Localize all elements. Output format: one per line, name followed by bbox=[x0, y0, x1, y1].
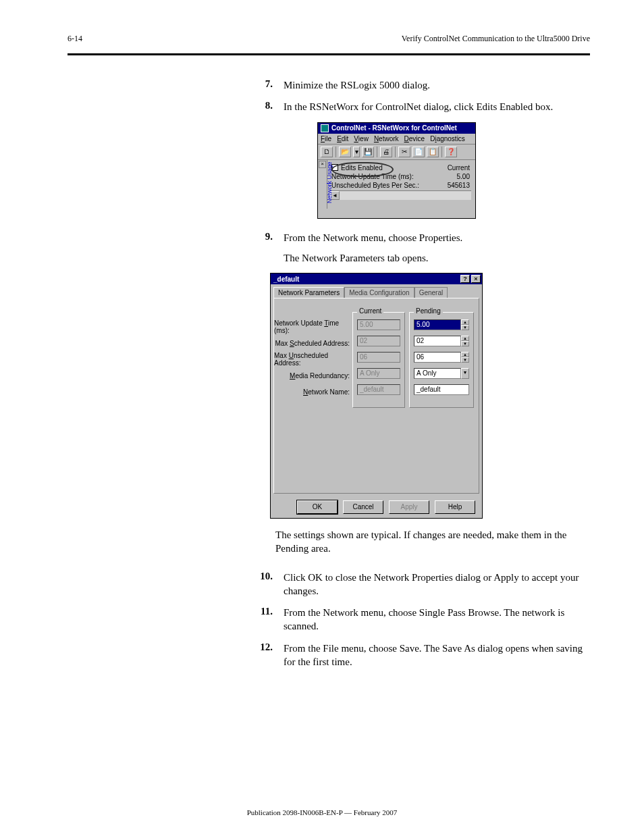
tab-media-configuration[interactable]: Media Configuration bbox=[344, 287, 414, 298]
ok-button[interactable]: OK bbox=[297, 500, 338, 514]
current-mua: 06 bbox=[357, 352, 400, 363]
dialog-tabs: Network Parameters Media Configuration G… bbox=[271, 284, 482, 298]
unsched-value: 545613 bbox=[448, 182, 470, 189]
rsn-row-unsched: Unscheduled Bytes Per Sec.: 545613 bbox=[331, 182, 470, 189]
rsn-title-text: ControlNet - RSNetWorx for ControlNet bbox=[331, 124, 457, 132]
step-num: 11. bbox=[248, 606, 273, 633]
tb-open-dd[interactable]: ▾ bbox=[353, 147, 360, 157]
step-num: 10. bbox=[248, 571, 273, 598]
rsn-hscroll[interactable]: ◄ bbox=[330, 190, 471, 200]
label-nut: Network Update Time (ms): bbox=[274, 319, 352, 335]
current-nut: 5.00 bbox=[357, 319, 400, 330]
tb-sep bbox=[377, 147, 377, 157]
context-help-icon[interactable]: ? bbox=[460, 275, 470, 283]
tab-network-parameters[interactable]: Network Parameters bbox=[273, 287, 344, 298]
rsn-body: × Network Usage Edits Enabled Current Ne… bbox=[318, 160, 475, 218]
rsn-menubar[interactable]: File Edit View Network Device Diagnostic… bbox=[318, 134, 475, 145]
label-name: Network Name: bbox=[274, 384, 352, 400]
rsn-sidetab-label: Network Usage bbox=[326, 161, 333, 203]
label-mua: Max Unscheduled Address: bbox=[274, 351, 352, 367]
rsn-window: ControlNet - RSNetWorx for ControlNet Fi… bbox=[317, 122, 476, 219]
tb-copy[interactable]: 📄 bbox=[412, 147, 425, 157]
tb-save[interactable]: 💾 bbox=[362, 147, 374, 157]
step-num: 9. bbox=[248, 231, 273, 265]
spin-down-icon[interactable]: ▼ bbox=[461, 357, 469, 363]
dialog-title-text: _default bbox=[273, 276, 299, 283]
chevron-down-icon[interactable]: ▼ bbox=[461, 368, 469, 379]
nut-label: Network Update Time (ms): bbox=[331, 173, 414, 180]
step-9: 9. From the Network menu, choose Propert… bbox=[248, 231, 590, 265]
header-left: 6-14 bbox=[68, 34, 82, 44]
menu-device[interactable]: Device bbox=[404, 135, 425, 142]
col-header-current: Current bbox=[448, 164, 470, 172]
tb-whats-this[interactable]: ❓ bbox=[445, 147, 457, 157]
pending-media-select[interactable]: A Only bbox=[414, 368, 461, 379]
menu-view[interactable]: View bbox=[354, 135, 369, 142]
pending-name-input[interactable]: _default bbox=[414, 384, 469, 395]
scroll-track[interactable] bbox=[340, 191, 471, 200]
tb-paste[interactable]: 📋 bbox=[427, 147, 439, 157]
dialog-button-row: OK Cancel Apply Help bbox=[271, 496, 482, 518]
tb-sep bbox=[441, 147, 442, 157]
legend-current: Current bbox=[357, 307, 383, 315]
legend-pending: Pending bbox=[414, 307, 443, 315]
current-media: A Only bbox=[357, 368, 400, 379]
step-body: From the Network menu, choose Properties… bbox=[284, 231, 590, 265]
edits-enabled-checkbox[interactable]: Edits Enabled bbox=[331, 164, 383, 172]
nut-value: 5.00 bbox=[457, 173, 470, 180]
help-button[interactable]: Help bbox=[435, 500, 475, 514]
pending-nut-input[interactable]: 5.00 bbox=[414, 319, 461, 330]
spin-down-icon[interactable]: ▼ bbox=[461, 341, 469, 346]
spin-down-icon[interactable]: ▼ bbox=[461, 325, 469, 330]
step-9b: The Network Parameters tab opens. bbox=[284, 251, 590, 265]
menu-file[interactable]: File bbox=[321, 135, 331, 142]
default-dialog-screenshot: _default ? × Network Parameters Media Co… bbox=[248, 273, 590, 519]
pending-nut[interactable]: 5.00 ▲▼ bbox=[414, 319, 469, 330]
menu-edit[interactable]: Edit bbox=[337, 135, 348, 142]
pending-msa[interactable]: 02 ▲▼ bbox=[414, 336, 469, 346]
pending-mua-input[interactable]: 06 bbox=[414, 352, 461, 363]
menu-network[interactable]: Network bbox=[374, 135, 399, 142]
step-9a: From the Network menu, choose Properties… bbox=[284, 231, 590, 244]
cancel-button[interactable]: Cancel bbox=[343, 500, 383, 514]
tb-open[interactable]: 📂 bbox=[339, 147, 351, 157]
label-media: Media Redundancy: bbox=[274, 367, 352, 384]
step-11: 11. From the Network menu, choose Single… bbox=[248, 606, 590, 633]
field-labels: Network Update Time (ms): Max Scheduled … bbox=[274, 319, 352, 400]
spin-up-icon[interactable]: ▲ bbox=[461, 352, 469, 357]
pending-name[interactable]: _default bbox=[414, 384, 469, 395]
header-right: Verify ControlNet Communication to the U… bbox=[402, 34, 590, 44]
step-num: 8. bbox=[248, 100, 273, 113]
step-12: 12. From the File menu, choose Save. The… bbox=[248, 642, 590, 669]
spin-up-icon[interactable]: ▲ bbox=[461, 336, 469, 341]
spin-up-icon[interactable]: ▲ bbox=[461, 319, 469, 325]
current-name: _default bbox=[357, 384, 400, 395]
tb-sep bbox=[395, 147, 396, 157]
menu-diagnostics[interactable]: Diagnostics bbox=[430, 135, 465, 142]
rsnetworx-screenshot: ControlNet - RSNetWorx for ControlNet Fi… bbox=[317, 122, 590, 219]
tb-print[interactable]: 🖨 bbox=[380, 147, 392, 157]
apply-button[interactable]: Apply bbox=[389, 500, 429, 514]
close-icon[interactable]: × bbox=[471, 275, 481, 283]
step-body: Click OK to close the Network Properties… bbox=[284, 571, 590, 598]
default-dialog: _default ? × Network Parameters Media Co… bbox=[270, 273, 483, 519]
tb-new[interactable]: 🗋 bbox=[321, 147, 333, 157]
group-current: Current 5.00 02 06 A Only _default bbox=[352, 312, 405, 408]
edits-enabled-label: Edits Enabled bbox=[341, 164, 383, 172]
tb-cut[interactable]: ✂ bbox=[398, 147, 410, 157]
step-10: 10. Click OK to close the Network Proper… bbox=[248, 571, 590, 598]
tab-general[interactable]: General bbox=[414, 287, 448, 298]
pending-media[interactable]: A Only ▼ bbox=[414, 368, 469, 379]
rsn-row-edits: Edits Enabled Current bbox=[331, 164, 470, 172]
pending-msa-input[interactable]: 02 bbox=[414, 336, 461, 346]
unsched-label: Unscheduled Bytes Per Sec.: bbox=[331, 182, 419, 189]
publication-number: Publication 2098-IN006B-EN-P — February … bbox=[0, 808, 644, 816]
step-body: From the Network menu, choose Single Pas… bbox=[284, 606, 590, 633]
current-msa: 02 bbox=[357, 336, 400, 346]
close-icon[interactable]: × bbox=[319, 161, 326, 168]
step-body: In the RSNetWorx for ControlNet dialog, … bbox=[284, 100, 590, 113]
pending-mua[interactable]: 06 ▲▼ bbox=[414, 352, 469, 363]
rsn-vertical-tab[interactable]: × Network Usage bbox=[318, 160, 327, 209]
below-dialog-note: The settings shown are typical. If chang… bbox=[275, 528, 590, 556]
dialog-titlebar: _default ? × bbox=[271, 273, 482, 284]
